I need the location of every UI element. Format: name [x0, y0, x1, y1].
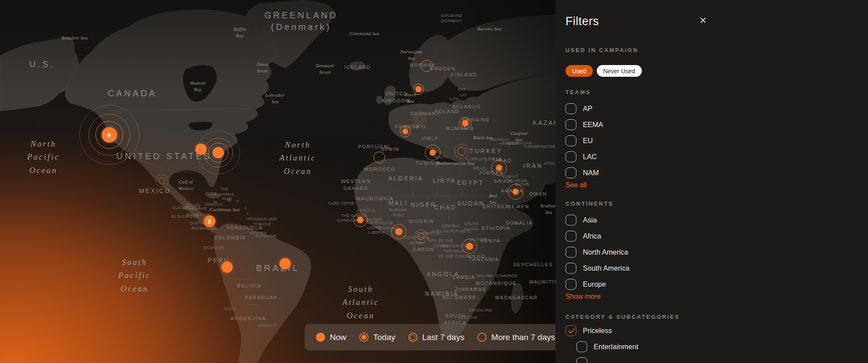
continents-checkbox-list: Asia Africa North America South	[566, 215, 752, 290]
checkbox-label: Africa	[583, 232, 601, 240]
checkbox[interactable]	[576, 341, 587, 352]
marker-ring	[421, 60, 433, 72]
marker-ring	[417, 116, 423, 122]
team-checkbox-row[interactable]: EU	[566, 135, 752, 146]
chip-label: Never Used	[603, 68, 635, 75]
teams-see-all-link[interactable]: See all	[566, 181, 587, 189]
continent-checkbox-row[interactable]: Africa	[566, 231, 752, 242]
checkbox-label: EU	[583, 137, 593, 145]
checkbox[interactable]	[566, 231, 576, 242]
legend-item: More than 7 days ago	[477, 333, 556, 342]
marker-dot	[466, 243, 473, 250]
checkbox[interactable]	[566, 119, 576, 130]
continent-checkbox-row[interactable]: Europe	[566, 279, 752, 290]
map-markers-layer: 62	[0, 0, 556, 363]
marker-dot	[513, 189, 519, 195]
team-checkbox-row[interactable]: LAC	[566, 151, 752, 162]
marker-count: 6	[108, 132, 111, 138]
teams-header: TEAMS	[566, 89, 752, 95]
category-subcategories-header: CATEGORY & SUBCATEGORIES	[566, 314, 752, 320]
campaign-filter-chip[interactable]: Never Used	[597, 65, 642, 77]
chip-label: Used	[572, 68, 586, 75]
marker-dot	[415, 86, 421, 92]
legend-item-label: More than 7 days ago	[491, 333, 556, 342]
marker-ring	[374, 152, 385, 164]
marker-dot	[496, 165, 502, 171]
continents-header: CONTINENTS	[566, 200, 752, 207]
marker-dot	[462, 120, 469, 127]
marker-count: 2	[208, 218, 211, 225]
checkbox[interactable]	[566, 135, 576, 146]
checkbox[interactable]	[566, 151, 576, 162]
map-time-legend: Now Today Last 7 days More than 7 days a…	[305, 324, 556, 350]
checkbox-label: Europe	[583, 280, 606, 288]
category-checkbox-list: Priceless Entertainment	[566, 325, 752, 363]
campaign-filter-chip[interactable]: Used	[566, 65, 593, 77]
checkbox[interactable]	[566, 215, 576, 226]
teams-checkbox-list: AP EEMA EU LAC	[566, 103, 752, 178]
world-map-canvas[interactable]: U.S. CANADA UNITED STATES GREENLAND (Den…	[0, 0, 556, 363]
continent-checkbox-row[interactable]: North America	[566, 247, 752, 258]
legend-item: Last 7 days	[408, 333, 464, 342]
continent-checkbox-row[interactable]: Asia	[566, 215, 752, 226]
close-icon[interactable]: ×	[696, 13, 710, 28]
legend-marker-icon	[359, 333, 368, 342]
legend-marker-icon	[408, 333, 418, 342]
legend-item: Now	[316, 333, 346, 342]
marker-ring	[418, 233, 424, 240]
checkbox-label: South America	[583, 264, 629, 272]
app-window: U.S. CANADA UNITED STATES GREENLAND (Den…	[0, 0, 868, 363]
team-checkbox-row[interactable]: EEMA	[566, 119, 752, 130]
category-checkbox-row[interactable]	[576, 357, 752, 363]
continent-checkbox-row[interactable]: South America	[566, 263, 752, 274]
marker-dot	[213, 147, 224, 158]
legend-item-label: Today	[373, 333, 395, 342]
team-checkbox-row[interactable]: NAM	[566, 167, 752, 178]
legend-marker-icon	[477, 333, 487, 342]
used-in-campaign-header: USED IN CAMPAIGN	[566, 47, 752, 53]
checkbox[interactable]	[566, 167, 576, 178]
category-checkbox-row[interactable]: Priceless	[566, 325, 752, 336]
category-checkbox-row[interactable]: Entertainment	[576, 341, 752, 352]
checkbox-label: North America	[583, 248, 628, 256]
checkbox-label: NAM	[583, 169, 599, 177]
checkbox[interactable]	[566, 247, 576, 258]
marker-dot	[430, 150, 436, 156]
checkbox[interactable]	[566, 263, 576, 274]
marker-ring	[457, 147, 466, 156]
marker-dot	[403, 129, 408, 134]
checkbox[interactable]	[576, 357, 587, 363]
checkbox-label: AP	[583, 105, 592, 113]
continents-show-more-link[interactable]: Show more	[566, 293, 601, 301]
checkbox[interactable]	[566, 103, 576, 114]
marker-dot	[395, 228, 402, 235]
marker-ring	[158, 177, 165, 184]
checkbox-label: Priceless	[583, 327, 612, 335]
checkbox[interactable]	[566, 325, 576, 336]
marker-dot	[279, 258, 291, 269]
team-checkbox-row[interactable]: AP	[566, 103, 752, 114]
legend-item-label: Now	[330, 333, 346, 342]
checkbox-label: EEMA	[583, 121, 603, 129]
checkbox[interactable]	[566, 279, 576, 290]
checkbox-label: LAC	[583, 153, 597, 161]
legend-item-label: Last 7 days	[422, 333, 464, 342]
filters-panel: Filters × USED IN CAMPAIGN Used Never Us…	[556, 0, 868, 363]
filters-panel-title: Filters	[566, 15, 752, 28]
checkbox-label: Entertainment	[594, 343, 638, 351]
checkbox-label: Asia	[583, 216, 597, 224]
marker-dot	[357, 217, 364, 223]
used-in-campaign-chips: Used Never Used	[566, 65, 752, 77]
legend-item: Today	[359, 333, 395, 342]
marker-dot	[221, 262, 233, 273]
legend-marker-icon	[316, 333, 325, 342]
